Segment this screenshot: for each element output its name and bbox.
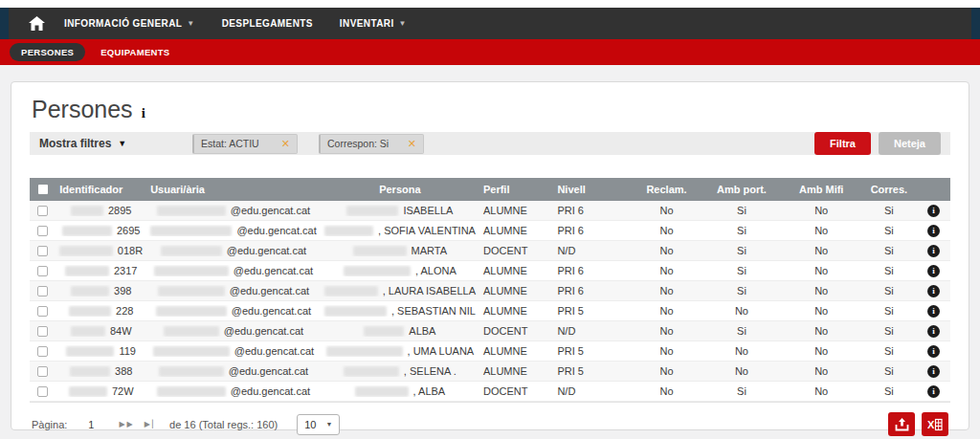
col-reclam: Reclam. bbox=[632, 184, 702, 195]
persona-value: ISABELLA bbox=[403, 205, 453, 216]
corres-value: Si bbox=[861, 245, 917, 256]
next-page-icon[interactable]: ▶▶ bbox=[119, 420, 134, 428]
persones-panel: Persones i Mostra filtres ▼ Estat: ACTIU… bbox=[11, 81, 969, 430]
reclam-value: No bbox=[632, 345, 702, 357]
page-label: Pàgina: bbox=[32, 419, 67, 430]
redacted-text bbox=[161, 246, 222, 256]
amb-mifi-value: No bbox=[782, 225, 861, 236]
top-margin bbox=[0, 0, 980, 8]
redacted-text bbox=[153, 346, 230, 357]
perfil-value: DOCENT bbox=[479, 385, 553, 397]
row-checkbox[interactable] bbox=[37, 246, 48, 256]
corres-value: Si bbox=[861, 345, 917, 357]
table-row: 84W @edu.gencat.cat ALBA DOCENT N/D No S… bbox=[30, 321, 950, 341]
chip-close-icon[interactable]: ✕ bbox=[408, 138, 416, 150]
row-info-icon[interactable]: i bbox=[927, 225, 940, 237]
row-info-icon[interactable]: i bbox=[927, 385, 940, 398]
col-corres: Corres. bbox=[861, 184, 917, 195]
redacted-text bbox=[150, 226, 232, 236]
row-checkbox[interactable] bbox=[37, 346, 48, 357]
row-checkbox[interactable] bbox=[37, 366, 48, 377]
nav-item-desplegaments[interactable]: DESPLEGAMENTS bbox=[222, 18, 313, 29]
redacted-text bbox=[156, 306, 227, 317]
page-title: Persones bbox=[32, 96, 133, 123]
current-page-input[interactable]: 1 bbox=[88, 419, 94, 430]
filter-chip-estat: Estat: ACTIU ✕ bbox=[192, 134, 298, 154]
persona-value: , UMA LUANA bbox=[408, 345, 475, 357]
perfil-value: DOCENT bbox=[479, 245, 553, 256]
row-info-icon[interactable]: i bbox=[927, 345, 940, 358]
col-amb-port: Amb port. bbox=[702, 184, 781, 195]
caret-down-icon: ▼ bbox=[325, 421, 332, 428]
row-checkbox[interactable] bbox=[37, 386, 48, 397]
nivell-value: PRI 5 bbox=[553, 305, 631, 317]
filter-chip-correspon: Correspon: Si ✕ bbox=[319, 134, 424, 154]
row-info-icon[interactable]: i bbox=[927, 325, 940, 338]
persones-table: Identificador Usuari/ària Persona Perfil… bbox=[30, 178, 950, 402]
identificador-value: 2695 bbox=[117, 225, 140, 236]
persona-value: , SELENA . bbox=[404, 365, 457, 377]
row-checkbox[interactable] bbox=[37, 306, 48, 317]
excel-export-button[interactable]: X bbox=[922, 412, 948, 436]
nav-item-informacio-general[interactable]: INFORMACIÓ GENERAL ▼ bbox=[64, 18, 195, 29]
select-all-checkbox[interactable] bbox=[38, 185, 48, 194]
row-checkbox[interactable] bbox=[37, 326, 48, 337]
row-info-icon[interactable]: i bbox=[927, 305, 940, 318]
perfil-value: ALUMNE bbox=[479, 305, 553, 317]
identificador-value: 84W bbox=[110, 325, 132, 337]
row-checkbox[interactable] bbox=[37, 206, 48, 216]
row-info-icon[interactable]: i bbox=[927, 285, 940, 297]
amb-port-value: No bbox=[702, 365, 781, 377]
show-filters-toggle[interactable]: Mostra filtres ▼ bbox=[39, 137, 192, 150]
amb-port-value: No bbox=[702, 345, 781, 357]
neteja-button[interactable]: Neteja bbox=[879, 132, 941, 155]
redacted-text bbox=[59, 246, 113, 256]
page-size-select[interactable]: 10 ▼ bbox=[297, 414, 340, 435]
row-checkbox[interactable] bbox=[37, 266, 48, 276]
table-row: 2895 @edu.gencat.cat ISABELLA ALUMNE PRI… bbox=[30, 201, 950, 221]
row-info-icon[interactable]: i bbox=[927, 205, 940, 217]
reclam-value: No bbox=[632, 265, 702, 276]
svg-text:X: X bbox=[927, 419, 935, 430]
corres-value: Si bbox=[861, 225, 917, 236]
home-button[interactable] bbox=[9, 16, 64, 31]
col-perfil: Perfil bbox=[479, 184, 553, 195]
amb-port-value: Si bbox=[702, 285, 781, 296]
reclam-value: No bbox=[632, 285, 702, 296]
chip-close-icon[interactable]: ✕ bbox=[281, 138, 290, 150]
persona-value: , ALBA bbox=[413, 385, 446, 397]
filter-chip-label: Correspon: Si bbox=[327, 138, 389, 149]
identificador-value: 2895 bbox=[108, 205, 131, 216]
usuari-value: @edu.gencat.cat bbox=[224, 325, 303, 337]
persona-value: ALBA bbox=[409, 325, 435, 337]
amb-mifi-value: No bbox=[782, 385, 861, 397]
tab-persones[interactable]: PERSONES bbox=[10, 43, 85, 61]
row-info-icon[interactable]: i bbox=[927, 245, 940, 257]
last-page-icon[interactable]: ▶▏ bbox=[145, 420, 160, 428]
show-filters-label: Mostra filtres bbox=[39, 137, 111, 150]
chevron-down-icon: ▼ bbox=[399, 19, 407, 28]
title-info-icon[interactable]: i bbox=[142, 105, 145, 121]
redacted-text bbox=[344, 266, 411, 276]
navbar: INFORMACIÓ GENERAL ▼ DESPLEGAMENTS INVEN… bbox=[0, 8, 980, 39]
tab-equipaments[interactable]: EQUIPAMENTS bbox=[100, 47, 169, 57]
amb-mifi-value: No bbox=[782, 205, 861, 216]
table-row: 018R @edu.gencat.cat MARTA DOCENT N/D No… bbox=[30, 241, 950, 261]
nav-item-inventari[interactable]: INVENTARI ▼ bbox=[340, 18, 407, 29]
redacted-text bbox=[346, 206, 398, 216]
identificador-value: 228 bbox=[116, 305, 133, 317]
table-row: 228 @edu.gencat.cat , SEBASTIAN NIL ALUM… bbox=[30, 301, 950, 321]
row-checkbox[interactable] bbox=[37, 226, 48, 236]
row-checkbox[interactable] bbox=[37, 286, 48, 296]
nivell-value: N/D bbox=[553, 325, 631, 337]
identificador-value: 72W bbox=[112, 385, 134, 397]
row-info-icon[interactable]: i bbox=[927, 365, 940, 378]
export-button[interactable] bbox=[888, 412, 915, 436]
redacted-text bbox=[157, 386, 226, 397]
filtra-button[interactable]: Filtra bbox=[814, 132, 871, 155]
nav-item-label: INVENTARI bbox=[340, 18, 394, 29]
identificador-value: 119 bbox=[119, 345, 136, 357]
corres-value: Si bbox=[861, 325, 917, 337]
redacted-text bbox=[69, 306, 111, 317]
row-info-icon[interactable]: i bbox=[927, 265, 940, 277]
